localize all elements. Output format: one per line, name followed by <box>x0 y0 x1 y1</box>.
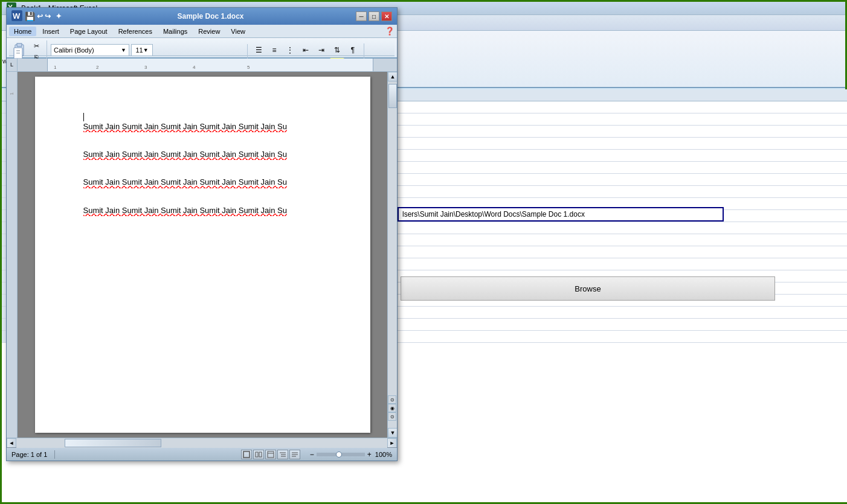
maximize-button[interactable]: □ <box>369 11 379 21</box>
word-title-bar: W 💾 ↩ ↪ ✦ Sample Doc 1.docx ─ □ ✕ <box>7 8 397 25</box>
scroll-down-button[interactable]: ▼ <box>388 428 397 438</box>
draft-view-button[interactable] <box>289 450 300 459</box>
outline-view-button[interactable] <box>277 450 288 459</box>
minimize-button[interactable]: ─ <box>356 11 367 21</box>
word-menu-mailings[interactable]: Mailings <box>158 27 192 36</box>
word-toolbar-top: Paste ▼ ✂ ⎘ 🖌 Calibri (Body) ▼ 1 <box>9 39 395 56</box>
zoom-thumb[interactable] <box>336 451 342 458</box>
word-cut-button[interactable]: ✂ <box>30 40 43 51</box>
svg-rect-56 <box>259 452 262 457</box>
word-status-bar: Page: 1 of 1 <box>7 447 397 461</box>
word-help-icon[interactable]: ❓ <box>385 27 395 36</box>
scroll-page-up[interactable]: ⊙ <box>388 395 396 404</box>
text-line-1: Sumit Jain Sumit Jain Sumit Jain Sumit J… <box>83 121 322 132</box>
save-button[interactable]: 💾 <box>25 11 35 21</box>
word-left-ruler: 1 <box>7 72 18 438</box>
word-view-buttons <box>241 450 300 459</box>
word-font-size[interactable]: 11 ▼ <box>131 44 153 56</box>
word-show-para-button[interactable]: ¶ <box>346 43 360 57</box>
scroll-track-vertical[interactable]: ⊙ ◉ ⊙ <box>388 81 397 428</box>
scroll-page-down[interactable]: ⊙ <box>388 412 396 421</box>
word-window: W 💾 ↩ ↪ ✦ Sample Doc 1.docx ─ □ ✕ Home I… <box>6 7 398 461</box>
svg-rect-55 <box>256 452 258 457</box>
word-scrollbar-vertical[interactable]: ▲ ⊙ ◉ ⊙ ▼ <box>387 72 397 438</box>
word-ribbon-area: Paste ▼ ✂ ⎘ 🖌 Calibri (Body) ▼ 1 <box>7 38 397 59</box>
word-menu-bar: Home Insert Page Layout References Maili… <box>7 25 397 38</box>
text-line-2: Sumit Jain Sumit Jain Sumit Jain Sumit J… <box>83 149 322 160</box>
word-menu-review[interactable]: Review <box>193 27 225 36</box>
word-menu-home[interactable]: Home <box>9 27 36 36</box>
ruler-left-margin <box>18 59 48 71</box>
word-font-selector[interactable]: Calibri (Body) ▼ <box>51 44 129 56</box>
word-bullets-button[interactable]: ☰ <box>251 43 266 57</box>
word-multilevel-button[interactable]: ⋮ <box>283 43 297 57</box>
zoom-slider[interactable] <box>317 453 365 456</box>
print-layout-button[interactable] <box>241 450 252 459</box>
word-page-container: Sumit Jain Sumit Jain Sumit Jain Sumit J… <box>18 72 387 438</box>
scroll-thumb-vertical[interactable] <box>388 84 397 108</box>
zoom-in-button[interactable]: + <box>367 450 372 459</box>
word-ruler: L 1 2 3 4 5 <box>7 59 397 72</box>
svg-rect-54 <box>243 451 250 458</box>
close-button[interactable]: ✕ <box>381 11 392 21</box>
word-scrollbar-horizontal[interactable]: ◄ ► <box>7 438 397 447</box>
word-window-controls: ─ □ ✕ <box>356 11 392 21</box>
word-increase-indent-button[interactable]: ⇥ <box>314 43 329 57</box>
word-page[interactable]: Sumit Jain Sumit Jain Sumit Jain Sumit J… <box>35 77 370 433</box>
scroll-right-button[interactable]: ► <box>387 438 397 448</box>
word-sort-button[interactable]: ⇅ <box>330 43 344 57</box>
word-app-icon: W <box>11 10 22 23</box>
word-menu-insert[interactable]: Insert <box>37 27 64 36</box>
word-zoom-controls: − + 100% <box>310 450 392 459</box>
ruler-ticks: 1 2 3 4 5 <box>48 59 373 71</box>
zoom-out-button[interactable]: − <box>310 450 314 459</box>
scroll-up-button[interactable]: ▲ <box>388 72 397 81</box>
word-menu-references[interactable]: References <box>114 27 157 36</box>
text-cursor <box>83 113 84 121</box>
word-decrease-indent-button[interactable]: ⇤ <box>298 43 313 57</box>
zoom-level[interactable]: 100% <box>375 451 392 458</box>
scroll-track-horizontal[interactable] <box>16 438 387 448</box>
svg-rect-44 <box>17 43 22 46</box>
quick-access-toolbar: 💾 ↩ ↪ <box>25 11 51 21</box>
svg-rect-57 <box>268 451 274 458</box>
word-title-text: Sample Doc 1.docx <box>65 12 356 21</box>
ruler-corner[interactable]: L <box>7 59 18 72</box>
word-menu-page-layout[interactable]: Page Layout <box>65 27 112 36</box>
ruler-right-margin <box>373 59 397 71</box>
text-line-4: Sumit Jain Sumit Jain Sumit Jain Sumit J… <box>83 205 322 216</box>
scroll-thumb-horizontal[interactable] <box>65 439 161 447</box>
redo-button[interactable]: ↪ <box>45 12 51 21</box>
full-screen-button[interactable] <box>253 450 264 459</box>
scroll-browse-object[interactable]: ◉ <box>388 404 396 412</box>
word-menu-view[interactable]: View <box>226 27 250 36</box>
undo-button[interactable]: ↩ <box>37 12 43 21</box>
word-numbering-button[interactable]: ≡ <box>267 43 282 57</box>
word-content-area: 1 Sumit Jain Sumit Jain Sumit Jain Sumit… <box>7 72 397 438</box>
word-title-sep: ✦ <box>56 12 62 21</box>
svg-text:W: W <box>13 11 21 21</box>
web-layout-button[interactable] <box>265 450 276 459</box>
status-separator <box>54 450 55 459</box>
word-page-status: Page: 1 of 1 <box>11 451 47 458</box>
scroll-left-button[interactable]: ◄ <box>7 438 16 448</box>
word-font-name: Calibri (Body) <box>54 46 94 54</box>
text-line-3: Sumit Jain Sumit Jain Sumit Jain Sumit J… <box>83 177 322 188</box>
word-font-size-value: 11 <box>135 46 143 54</box>
